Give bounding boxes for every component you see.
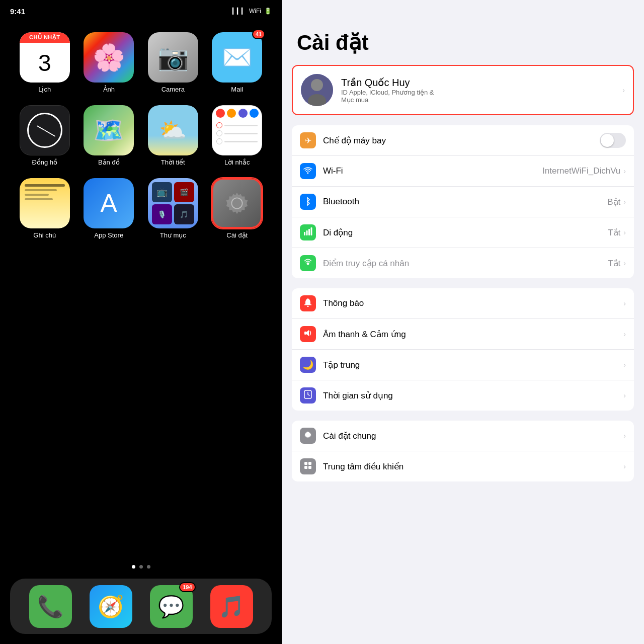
notifications-icon-bg [300,295,316,311]
dock-messages[interactable]: 💬 194 [150,585,193,628]
clock-minute-hand [44,130,55,137]
profile-row[interactable]: LONDON Trần Quốc Huy ID Apple, iCloud, P… [293,66,633,114]
bluetooth-chevron-icon: › [623,198,626,206]
dock-music[interactable]: 🎵 [210,585,253,628]
airplane-toggle[interactable] [600,133,626,148]
row-bluetooth[interactable]: ᛒ Bluetooth Bật › [292,187,634,217]
focus-right: › [623,361,626,369]
profile-section: LONDON Trần Quốc Huy ID Apple, iCloud, P… [292,65,634,115]
status-time: 9:41 [10,7,25,16]
focus-icon-bg: 🌙 [300,357,316,373]
row-notifications[interactable]: Thông báo › [292,288,634,319]
mail-icon: ✉️ [221,43,253,72]
page-dots [132,565,150,569]
settings-content: LONDON Trần Quốc Huy ID Apple, iCloud, P… [282,65,644,644]
notifications-right: › [623,299,626,307]
folder-sub2: 🎬 [174,182,194,202]
app-label-calendar: Lịch [38,86,51,93]
phone-icon: 📞 [37,594,63,619]
appstore-icon: A [101,189,117,218]
row-wifi[interactable]: Wi-Fi InternetWiFi_DichVu › [292,156,634,187]
screentime-content: Thời gian sử dụng [323,390,623,401]
app-mail[interactable]: ✉️ 41 Mail [208,32,267,93]
app-camera[interactable]: 📷 Camera [143,32,203,93]
hotspot-chevron-icon: › [623,259,626,267]
messages-icon: 💬 [158,594,184,619]
control-center-chevron-icon: › [623,462,626,470]
app-grid: CHỦ NHẬT 3 Lịch 🌸 Ảnh 📷 Camera ✉️ 41 [0,22,282,249]
hotspot-content: Điểm truy cập cá nhân [323,258,608,269]
clock-face [27,113,62,148]
svg-rect-9 [311,227,312,235]
app-folder[interactable]: 📺 🎬 🎙️ 🎵 Thư mục [143,178,203,239]
screentime-icon [304,390,312,401]
app-label-folder: Thư mục [160,231,186,239]
bluetooth-label: Bluetooth [323,197,607,207]
app-label-mail: Mail [231,86,243,93]
app-settings[interactable]: Cài đặt [208,178,267,239]
row-screentime[interactable]: Thời gian sử dụng › [292,380,634,411]
battery-icon: 🔋 [264,8,272,15]
cellular-content: Di động [323,227,608,238]
app-calendar[interactable]: CHỦ NHẬT 3 Lịch [15,32,74,93]
app-notes[interactable]: Ghi chú [15,178,74,239]
notifications-label: Thông báo [323,298,623,308]
svg-rect-16 [308,462,311,465]
bluetooth-value: Bật [607,197,620,207]
row-airplane[interactable]: ✈ Chế độ máy bay [292,125,634,156]
wifi-right: InternetWiFi_DichVu › [542,166,626,176]
control-center-content: Trung tâm điều khiển [323,461,623,472]
hotspot-label: Điểm truy cập cá nhân [323,258,608,269]
profile-chevron-area: › [622,86,625,94]
sounds-content: Âm thanh & Cảm ứng [323,329,623,340]
notifications-icon [304,298,312,309]
row-general[interactable]: Cài đặt chung › [292,421,634,451]
folder-sub4: 🎵 [174,204,194,224]
svg-rect-18 [308,466,311,469]
bluetooth-right: Bật › [607,197,626,207]
toggle-knob [601,134,614,147]
svg-rect-17 [304,466,307,469]
folder-sub1: 📺 [152,182,172,202]
clock-hour-hand [37,125,45,131]
profile-subtitle2: Mục mua [341,96,622,104]
app-weather[interactable]: ⛅ Thời tiết [143,105,203,166]
wifi-label: Wi-Fi [323,166,542,176]
app-label-camera: Camera [162,86,185,93]
photos-icon: 🌸 [93,42,125,73]
app-appstore[interactable]: A App Store [79,178,139,239]
app-reminders[interactable]: Lời nhắc [208,105,267,166]
cellular-chevron-icon: › [623,228,626,236]
row-control-center[interactable]: Trung tâm điều khiển › [292,451,634,481]
app-label-reminders: Lời nhắc [224,158,250,166]
general-icon-bg [300,428,316,444]
sounds-icon [304,329,312,340]
app-label-notes: Ghi chú [33,231,56,239]
avatar: LONDON [301,74,333,106]
wifi-status-icon: WiFi [249,8,261,15]
control-center-label: Trung tâm điều khiển [323,461,623,472]
dock-phone[interactable]: 📞 [29,585,72,628]
row-sounds[interactable]: Âm thanh & Cảm ứng › [292,319,634,350]
app-photos[interactable]: 🌸 Ảnh [79,32,139,93]
row-cellular[interactable]: Di động Tắt › [292,217,634,248]
screentime-chevron-icon: › [623,391,626,399]
dock-safari[interactable]: 🧭 [90,585,132,628]
control-center-right: › [623,462,626,470]
row-hotspot[interactable]: Điểm truy cập cá nhân Tắt › [292,248,634,278]
row-focus[interactable]: 🌙 Tập trung › [292,350,634,380]
wifi-value: InternetWiFi_DichVu [542,166,620,176]
general-settings-icon [303,430,312,441]
app-label-appstore: App Store [94,231,123,239]
general-section: Cài đặt chung › [292,421,634,481]
page-dot-1 [132,565,135,569]
focus-chevron-icon: › [623,361,626,369]
page-dot-2 [139,565,143,569]
wifi-chevron-icon: › [623,167,626,175]
status-icons: ▎▎▎ WiFi 🔋 [232,8,272,15]
cellular-right: Tắt › [608,227,626,238]
app-maps[interactable]: 🗺️ Bản đồ [79,105,139,166]
settings-title: Cài đặt [297,30,629,55]
app-clock[interactable]: Đồng hồ [15,105,74,166]
svg-point-1 [232,198,242,208]
